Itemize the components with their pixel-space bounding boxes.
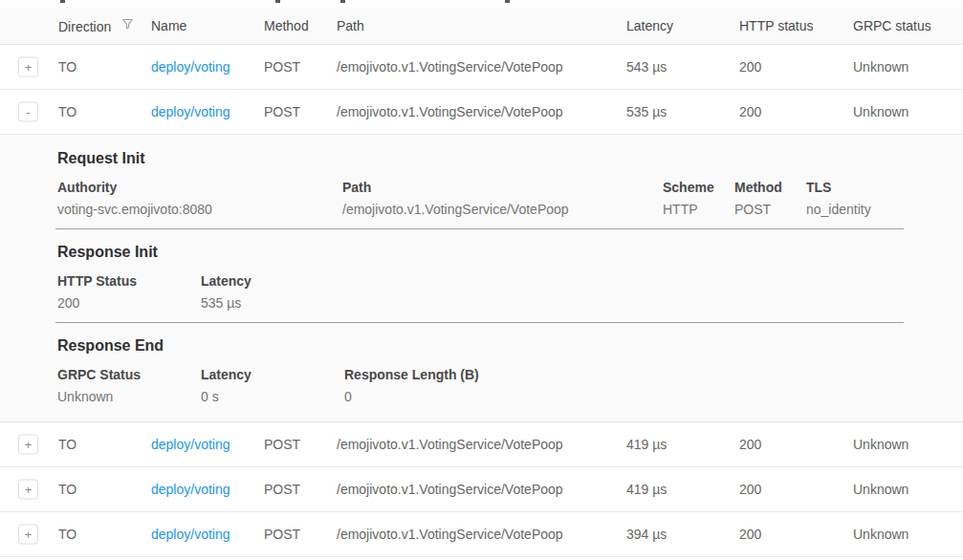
field-method: Method POST — [734, 180, 782, 217]
name-link[interactable]: deploy/voting — [151, 59, 230, 75]
section-title-response-init: Response Init — [57, 244, 158, 261]
column-header-latency: Latency — [626, 18, 673, 33]
direction-cell: TO — [58, 437, 77, 452]
name-link[interactable]: deploy/voting — [151, 104, 230, 119]
expand-row-button[interactable]: + — [18, 57, 38, 77]
column-header-method: Method — [264, 18, 309, 33]
expand-row-button[interactable]: + — [18, 435, 38, 455]
expand-row-button[interactable]: + — [18, 480, 38, 500]
latency-cell: 394 µs — [626, 527, 667, 542]
path-cell: /emojivoto.v1.VotingService/VotePoop — [337, 437, 563, 452]
tap-results-table: Direction Name Method Path Latency HTTP … — [0, 8, 963, 557]
column-header-http-status: HTTP status — [739, 18, 814, 33]
table-row-expanded: - TO deploy/voting POST /emojivoto.v1.Vo… — [0, 90, 963, 135]
field-latency-response-init: Latency 535 µs — [201, 273, 252, 311]
section-title-request-init: Request Init — [57, 150, 145, 167]
field-authority: Authority voting-svc.emojivoto:8080 — [57, 180, 212, 217]
http-status-cell: 200 — [739, 482, 761, 497]
latency-cell: 419 µs — [626, 482, 667, 497]
path-cell: /emojivoto.v1.VotingService/VotePoop — [337, 527, 563, 542]
name-link[interactable]: deploy/voting — [151, 437, 230, 452]
field-path: Path /emojivoto.v1.VotingService/VotePoo… — [342, 180, 569, 217]
http-status-cell: 200 — [739, 59, 761, 75]
http-status-cell: 200 — [739, 527, 761, 542]
path-cell: /emojivoto.v1.VotingService/VotePoop — [337, 59, 563, 75]
expand-row-button[interactable]: + — [18, 525, 38, 545]
table-row: + TO deploy/voting POST /emojivoto.v1.Vo… — [0, 512, 963, 557]
section-title-response-end: Response End — [57, 337, 164, 355]
path-cell: /emojivoto.v1.VotingService/VotePoop — [337, 104, 563, 119]
field-grpc-status: GRPC Status Unknown — [57, 367, 141, 404]
name-link[interactable]: deploy/voting — [151, 527, 230, 542]
name-link[interactable]: deploy/voting — [151, 482, 230, 497]
expanded-row-detail: Request Init Authority voting-svc.emojiv… — [0, 135, 963, 422]
section-divider — [55, 228, 904, 229]
column-header-direction-label: Direction — [58, 19, 111, 34]
grpc-status-cell: Unknown — [853, 527, 908, 542]
method-cell: POST — [264, 437, 300, 452]
collapse-row-button[interactable]: - — [18, 102, 38, 122]
latency-cell: 419 µs — [626, 437, 667, 452]
field-latency-response-end: Latency 0 s — [201, 367, 252, 404]
path-cell: /emojivoto.v1.VotingService/VotePoop — [337, 482, 563, 497]
field-scheme: Scheme HTTP — [663, 180, 714, 217]
direction-cell: TO — [58, 482, 77, 497]
table-row: + TO deploy/voting POST /emojivoto.v1.Vo… — [0, 45, 963, 90]
field-tls: TLS no_identity — [806, 180, 871, 217]
grpc-status-cell: Unknown — [853, 59, 908, 75]
grpc-status-cell: Unknown — [853, 104, 908, 119]
table-row: + TO deploy/voting POST /emojivoto.v1.Vo… — [0, 422, 963, 467]
grpc-status-cell: Unknown — [853, 437, 908, 452]
filter-funnel-icon[interactable] — [121, 18, 134, 33]
table-header-row: Direction Name Method Path Latency HTTP … — [0, 8, 963, 45]
section-divider — [55, 322, 904, 323]
field-http-status: HTTP Status 200 — [57, 273, 137, 311]
direction-cell: TO — [58, 527, 77, 542]
http-status-cell: 200 — [739, 104, 761, 119]
method-cell: POST — [264, 59, 300, 75]
grpc-status-cell: Unknown — [853, 482, 908, 497]
column-header-direction: Direction — [58, 17, 134, 33]
direction-cell: TO — [58, 104, 77, 119]
column-header-name: Name — [151, 18, 186, 33]
method-cell: POST — [264, 104, 300, 119]
method-cell: POST — [264, 527, 300, 542]
latency-cell: 543 µs — [626, 59, 667, 75]
latency-cell: 535 µs — [626, 104, 667, 119]
http-status-cell: 200 — [739, 437, 761, 452]
column-header-grpc-status: GRPC status — [853, 18, 931, 33]
field-response-length: Response Length (B) 0 — [344, 367, 479, 404]
method-cell: POST — [264, 482, 300, 497]
table-row: + TO deploy/voting POST /emojivoto.v1.Vo… — [0, 467, 963, 512]
clipped-row-above — [0, 0, 963, 8]
column-header-path: Path — [337, 18, 364, 33]
direction-cell: TO — [58, 59, 77, 75]
